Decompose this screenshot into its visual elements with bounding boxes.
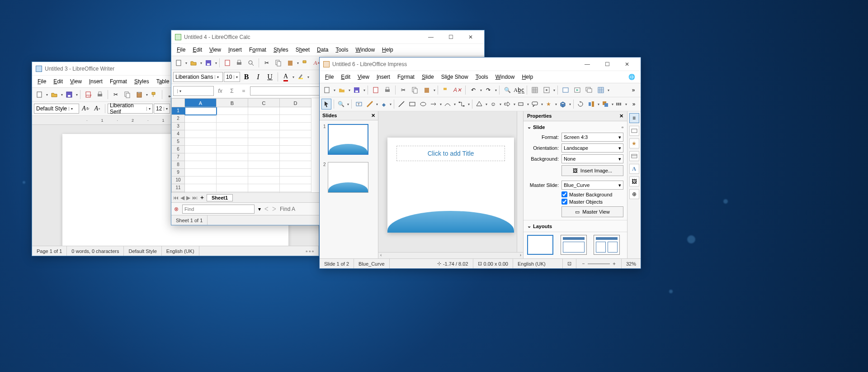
calc-cell-A1[interactable] [185,107,217,115]
writer-menu-format[interactable]: Format [106,76,131,86]
calc-menu-tools[interactable]: Tools [332,45,352,55]
impress-master-bg-check[interactable] [561,191,567,197]
calc-underline-button[interactable]: U [264,72,275,82]
impress-master-view-button[interactable]: ▭Master View [561,206,623,217]
impress-snap-button[interactable] [541,85,552,95]
calc-find-input[interactable] [182,205,255,214]
calc-name-box[interactable]: ▾ [173,86,214,96]
calc-col-C[interactable]: C [248,98,280,107]
impress-line-tool[interactable] [396,99,406,110]
impress-text-tool[interactable]: T [354,99,364,110]
impress-menu-insert[interactable]: Insert [373,72,394,82]
calc-find-all[interactable]: Find A [280,206,295,212]
calc-cell-D9[interactable] [280,169,311,176]
writer-status-view-icons[interactable]: ▫ ▫ ▫ [301,246,319,256]
calc-cell-D8[interactable] [280,161,311,169]
impress-status-master[interactable]: Blue_Curve [354,259,389,268]
calc-col-B[interactable]: B [217,98,248,107]
calc-cell-A10[interactable] [185,176,217,184]
calc-cell-B3[interactable] [217,123,248,130]
calc-minimize-button[interactable]: ― [421,31,441,43]
calc-find-close-icon[interactable]: ⊗ [174,206,179,212]
impress-more-button[interactable]: » [628,85,639,95]
calc-save-button[interactable] [203,57,214,68]
calc-tab-last[interactable]: ⏭ [192,195,198,201]
impress-line-color-tool[interactable] [365,99,375,110]
impress-flowchart-tool[interactable] [516,99,526,110]
impress-background-select[interactable]: None▾ [561,154,623,163]
calc-cell-A3[interactable] [185,123,217,130]
calc-cell-B2[interactable] [217,115,248,123]
impress-redo-button[interactable]: ↷ [483,85,494,95]
calc-cell-B1[interactable] [217,107,248,115]
impress-menu-slideshow[interactable]: Slide Show [438,72,472,82]
calc-row-9[interactable]: 9 [171,169,185,176]
impress-status-zoom[interactable]: 32% [622,259,641,268]
calc-cell-C8[interactable] [248,161,280,169]
calc-cell-A6[interactable] [185,146,217,153]
impress-sidetab-navigator[interactable]: ⊕ [629,189,639,199]
calc-open-button[interactable] [188,57,199,68]
impress-layout-blank[interactable] [527,235,553,255]
calc-menu-data[interactable]: Data [313,45,332,55]
writer-menu-table[interactable]: Table [153,76,173,86]
open-button[interactable] [49,89,60,100]
calc-close-button[interactable]: ✕ [461,31,481,43]
impress-slide-thumb-2[interactable]: 2 [323,162,374,193]
impress-fill-color-tool[interactable] [379,99,389,110]
writer-status-style[interactable]: Default Style [124,246,161,256]
impress-hscroll[interactable]: ‹› [378,252,523,258]
calc-cell-C10[interactable] [248,176,280,184]
impress-zoom-slider[interactable]: －＋ [576,259,622,268]
calc-menu-styles[interactable]: Styles [270,45,292,55]
impress-3d-tool[interactable] [558,99,568,110]
impress-drawing-more-button[interactable]: » [629,99,639,110]
impress-table-button[interactable] [595,85,606,95]
impress-select-tool[interactable] [321,99,331,110]
impress-donate-icon[interactable]: 🌐 [625,72,639,82]
impress-menu-slide[interactable]: Slide [418,72,438,82]
impress-distribute-tool[interactable] [614,99,624,110]
impress-ellipse-tool[interactable] [418,99,428,110]
writer-status-page[interactable]: Page 1 of 1 [32,246,67,256]
calc-cell-C1[interactable] [248,107,280,115]
impress-menu-tools[interactable]: Tools [472,72,492,82]
calc-format-paint-button[interactable] [300,57,311,68]
impress-menu-window[interactable]: Window [492,72,519,82]
calc-highlight-button[interactable] [295,72,306,82]
print-button[interactable] [94,89,105,100]
calc-cell-B5[interactable] [217,138,248,146]
calc-cell-D6[interactable] [280,146,311,153]
impress-start-current-button[interactable] [584,85,594,95]
impress-connector-tool[interactable] [457,99,467,110]
impress-format-paint-button[interactable] [440,85,451,95]
calc-select-all[interactable] [171,98,185,107]
impress-start-first-button[interactable] [572,85,583,95]
save-button[interactable] [64,89,75,100]
impress-status-coords[interactable]: ⊹-1.74 / 8.02 [433,259,473,268]
calc-col-A[interactable]: A [185,98,217,107]
impress-orientation-select[interactable]: Landscape▾ [561,143,623,153]
impress-layouts-caret[interactable]: ⌄ [527,223,531,229]
calc-pdf-button[interactable] [222,57,233,68]
impress-sidetab-styles[interactable]: A [629,164,639,174]
impress-master-button[interactable] [560,85,571,95]
impress-status-slide[interactable]: Slide 1 of 2 [320,259,354,268]
impress-menu-edit[interactable]: Edit [337,72,354,82]
calc-cell-A5[interactable] [185,138,217,146]
writer-status-lang[interactable]: English (UK) [162,246,199,256]
impress-spellcheck-button[interactable]: Ab̲c̲ [514,85,524,95]
impress-block-arrows-tool[interactable] [502,99,512,110]
impress-basic-shapes-tool[interactable] [474,99,484,110]
calc-row-1[interactable]: 1 [171,107,185,115]
calc-menu-view[interactable]: View [206,45,225,55]
impress-title-placeholder[interactable]: Click to add Title [396,146,505,161]
impress-paste-button[interactable] [421,85,432,95]
impress-close-button[interactable]: ✕ [617,58,637,71]
impress-slides-close-icon[interactable]: ✕ [371,113,375,119]
calc-sum-button[interactable]: Σ [226,86,237,96]
writer-menu-file[interactable]: File [34,76,50,86]
calc-menu-file[interactable]: File [173,45,189,55]
calc-menu-window[interactable]: Window [352,45,378,55]
calc-row-8[interactable]: 8 [171,161,185,169]
